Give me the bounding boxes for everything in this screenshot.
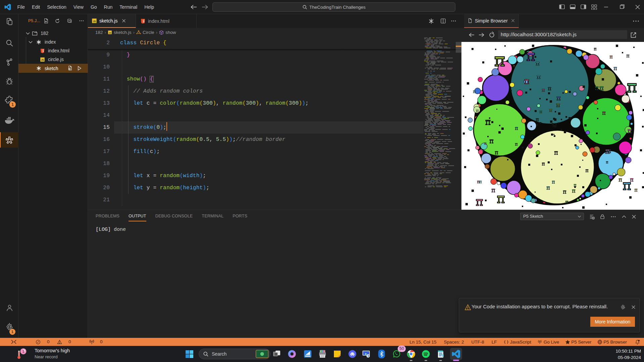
svg-text:JS: JS (41, 59, 44, 61)
svg-text:1: 1 (22, 350, 24, 354)
svg-text:JS: JS (109, 32, 111, 34)
svg-text:JS: JS (93, 20, 96, 23)
